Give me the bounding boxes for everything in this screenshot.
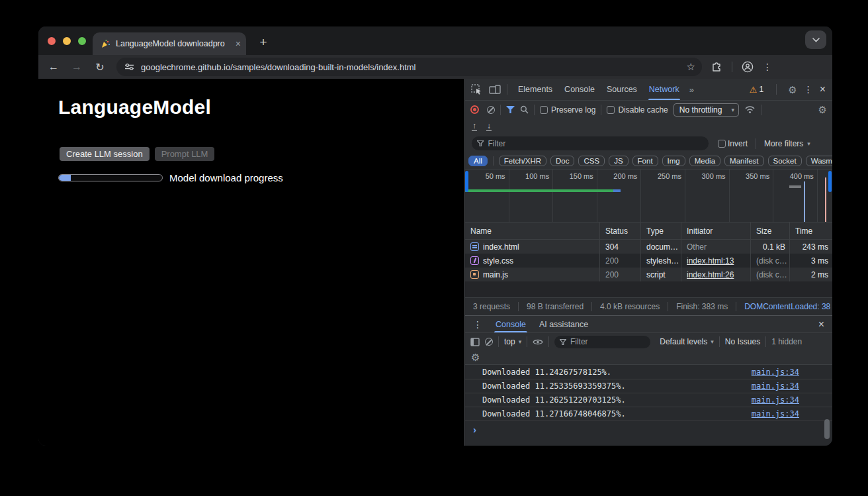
chip-font[interactable]: Font [632, 156, 658, 166]
issues-warning-badge[interactable]: ⚠ 1 [750, 85, 763, 95]
chip-js[interactable]: JS [609, 156, 628, 166]
chip-fetch-xhr[interactable]: Fetch/XHR [499, 156, 546, 166]
clear-console-icon[interactable] [485, 338, 493, 346]
drawer-tab-ai-assistance[interactable]: AI assistance [533, 316, 595, 332]
network-conditions-wifi-icon[interactable] [744, 105, 756, 114]
tab-console[interactable]: Console [558, 79, 601, 100]
console-prompt[interactable]: › [465, 421, 832, 438]
live-expression-eye-icon[interactable] [533, 338, 543, 346]
devtools-menu-kebab-icon[interactable]: ⋮ [804, 84, 813, 95]
chip-manifest[interactable]: Manifest [724, 156, 763, 166]
execution-context-select[interactable]: top ▾ [504, 337, 521, 346]
chip-css[interactable]: CSS [578, 156, 605, 166]
minimize-window-button[interactable] [63, 37, 71, 45]
device-toolbar-icon[interactable] [489, 85, 501, 95]
column-status[interactable]: Status [600, 223, 641, 239]
network-filter-field[interactable] [472, 136, 709, 150]
request-initiator: Other [681, 240, 751, 254]
devtools-settings-gear-icon[interactable]: ⚙ [788, 85, 797, 95]
console-message[interactable]: Downloaded 11.24267578125%. main.js:34 [465, 365, 832, 379]
chip-wasm[interactable]: Wasm [806, 156, 832, 166]
more-filters-dropdown[interactable]: More filters ▾ [764, 139, 810, 148]
log-levels-select[interactable]: Default levels ▾ [660, 337, 714, 346]
profile-avatar-icon[interactable] [742, 61, 754, 73]
filter-funnel-icon[interactable] [506, 106, 515, 113]
invert-filter[interactable]: Invert [718, 139, 748, 148]
column-time[interactable]: Time [790, 223, 832, 239]
tab-network[interactable]: Network [643, 79, 685, 100]
drawer-menu-kebab-icon[interactable]: ⋮ [473, 319, 482, 330]
hidden-messages-count[interactable]: 1 hidden [771, 337, 802, 346]
overview-left-handle[interactable] [465, 171, 468, 192]
fullscreen-window-button[interactable] [78, 37, 86, 45]
source-link[interactable]: main.js:34 [752, 368, 799, 377]
console-message[interactable]: Downloaded 11.27166748046875%. main.js:3… [465, 407, 832, 421]
forward-button[interactable]: → [69, 61, 85, 73]
column-initiator[interactable]: Initiator [681, 223, 751, 239]
create-llm-session-button[interactable]: Create LLM session [60, 147, 150, 161]
drawer-tab-console[interactable]: Console [489, 316, 533, 332]
source-link[interactable]: main.js:34 [752, 409, 799, 419]
chevron-down-icon: ▾ [807, 140, 810, 147]
bookmark-star-icon[interactable]: ☆ [687, 61, 695, 73]
browser-menu-kebab-icon[interactable]: ⋮ [763, 62, 772, 72]
chip-socket[interactable]: Socket [768, 156, 802, 166]
more-tabs-chevrons-icon[interactable]: » [685, 85, 699, 95]
chip-media[interactable]: Media [689, 156, 720, 166]
tab-sources[interactable]: Sources [601, 79, 643, 100]
url-text[interactable]: googlechrome.github.io/samples/downloadi… [141, 62, 681, 72]
console-message[interactable]: Downloaded 11.25335693359375%. main.js:3… [465, 379, 832, 393]
column-size[interactable]: Size [751, 223, 790, 239]
no-issues-label[interactable]: No Issues [725, 337, 760, 346]
drawer-close-icon[interactable]: × [818, 319, 832, 330]
chip-img[interactable]: Img [662, 156, 685, 166]
close-window-button[interactable] [48, 37, 56, 45]
devtools-close-icon[interactable]: × [820, 83, 826, 95]
console-filter-field[interactable] [554, 336, 650, 348]
disable-cache-label[interactable]: Disable cache [618, 105, 668, 115]
console-message[interactable]: Downloaded 11.26251220703125%. main.js:3… [465, 393, 832, 407]
throttling-select[interactable]: No throttling ▾ [673, 103, 739, 117]
source-link[interactable]: main.js:34 [752, 381, 799, 391]
preserve-log-label[interactable]: Preserve log [551, 105, 595, 115]
table-row-main-js[interactable]: main.js 200 script index.html:26 (disk c… [465, 268, 832, 281]
table-row-index-html[interactable]: index.html 304 docum… Other 0.1 kB 243 m… [465, 240, 832, 254]
site-settings-icon[interactable] [124, 63, 134, 71]
prompt-chevron-icon: › [473, 424, 476, 434]
back-button[interactable]: ← [46, 61, 62, 73]
invert-checkbox[interactable] [718, 140, 726, 148]
source-link[interactable]: main.js:34 [752, 395, 799, 405]
clear-network-log-icon[interactable] [487, 106, 495, 114]
tab-close-icon[interactable]: × [236, 38, 241, 49]
overview-right-handle[interactable] [828, 171, 832, 192]
import-har-icon[interactable]: ↑ [472, 122, 477, 131]
column-name[interactable]: Name [465, 223, 600, 239]
new-tab-button[interactable]: + [254, 33, 273, 52]
network-overview-timeline[interactable]: 50 ms 100 ms 150 ms 200 ms 250 ms 300 ms… [465, 170, 832, 223]
console-filter-input[interactable] [570, 337, 645, 346]
export-har-icon[interactable]: ↓ [486, 122, 492, 131]
initiator-link[interactable]: index.html:13 [687, 256, 734, 266]
record-network-log-button[interactable] [470, 105, 479, 114]
chip-all[interactable]: All [468, 156, 488, 166]
console-sidebar-icon[interactable] [470, 338, 480, 346]
column-type[interactable]: Type [641, 223, 681, 239]
prompt-llm-button[interactable]: Prompt LLM [155, 147, 215, 161]
network-settings-gear-icon[interactable]: ⚙ [818, 105, 827, 115]
console-settings-gear-icon[interactable]: ⚙ [471, 352, 480, 362]
address-bar[interactable]: googlechrome.github.io/samples/downloadi… [116, 58, 702, 76]
disable-cache-checkbox[interactable] [607, 106, 615, 114]
inspect-element-icon[interactable] [471, 84, 482, 95]
tab-search-button[interactable] [805, 30, 826, 49]
tab-elements[interactable]: Elements [512, 79, 558, 100]
table-row-style-css[interactable]: style.css 200 stylesh… index.html:13 (di… [465, 254, 832, 268]
search-icon[interactable] [520, 105, 529, 114]
reload-button[interactable]: ↻ [92, 61, 108, 74]
extensions-puzzle-icon[interactable] [711, 62, 722, 73]
browser-tab[interactable]: LanguageModel downloadpro × [93, 32, 246, 55]
network-filter-input[interactable] [488, 139, 703, 148]
chip-doc[interactable]: Doc [550, 156, 574, 166]
scrollbar-thumb[interactable] [824, 419, 830, 439]
preserve-log-checkbox[interactable] [540, 106, 548, 114]
initiator-link[interactable]: index.html:26 [687, 270, 734, 279]
